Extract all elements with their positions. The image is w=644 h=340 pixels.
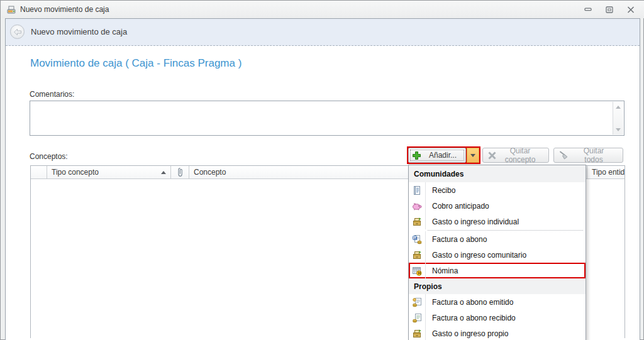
- svg-text:H: H: [414, 236, 416, 239]
- column-row-indicator: [31, 166, 47, 178]
- x-icon: [488, 151, 496, 160]
- maximize-button[interactable]: [604, 5, 615, 14]
- menu-item-gasto-ingreso-propio[interactable]: Gasto o ingreso propio: [409, 326, 586, 340]
- paperclip-icon: [177, 167, 184, 177]
- add-button[interactable]: Añadir...: [408, 148, 466, 163]
- menu-section-comunidades: Comunidades: [409, 165, 586, 182]
- broom-icon: [559, 151, 569, 160]
- menu-item-factura-abono-recibido[interactable]: Factura o abono recibido: [409, 310, 586, 326]
- remove-all-button[interactable]: Quitar todos: [553, 148, 623, 163]
- menu-item-label: Recibo: [426, 186, 455, 195]
- menu-item-label: Factura o abono: [426, 235, 487, 244]
- invoice-sent-icon: [412, 297, 422, 307]
- plus-icon: [412, 151, 421, 160]
- add-dropdown-button[interactable]: [467, 148, 479, 163]
- menu-item-cobro-anticipado[interactable]: Cobro anticipado: [409, 198, 586, 214]
- menu-item-nomina[interactable]: H Nómina: [409, 263, 586, 278]
- column-concepto-label: Concepto: [194, 168, 226, 177]
- remove-concept-button[interactable]: Quitar concepto: [482, 148, 549, 163]
- menu-item-label: Gasto o ingreso individual: [426, 217, 519, 226]
- remove-concept-label: Quitar concepto: [501, 146, 548, 164]
- menu-section-propios: Propios: [409, 278, 586, 294]
- page-title: Movimiento de caja ( Caja - Fincas Pragm…: [30, 57, 242, 70]
- comments-box: [30, 101, 625, 136]
- payroll-grid-icon: H: [412, 266, 422, 276]
- app-window: Nuevo movimiento de caja Nuevo movimient…: [0, 0, 644, 340]
- column-tipo-concepto[interactable]: Tipo concepto: [47, 166, 171, 178]
- scroll-up-icon[interactable]: [613, 102, 623, 111]
- nav-title: Nuevo movimiento de caja: [31, 27, 127, 36]
- back-arrow-icon: [13, 28, 22, 36]
- menu-item-gasto-ingreso-individual[interactable]: Gasto o ingreso individual: [409, 214, 586, 229]
- remove-all-label: Quitar todos: [574, 146, 623, 164]
- invoice-h-icon: H: [412, 234, 422, 244]
- back-button[interactable]: [10, 25, 25, 39]
- titlebar: Nuevo movimiento de caja: [1, 1, 644, 18]
- piggy-bank-icon: [412, 201, 422, 211]
- comments-label: Comentarios:: [30, 90, 74, 99]
- cashbox-icon: [412, 250, 422, 260]
- menu-item-factura-abono-emitido[interactable]: Factura o abono emitido: [409, 294, 586, 310]
- menu-item-gasto-ingreso-comunitario[interactable]: Gasto o ingreso comunitario: [409, 247, 586, 263]
- window-controls: [582, 5, 636, 14]
- column-tipo-concepto-label: Tipo concepto: [52, 168, 99, 177]
- column-tipo-entidad-label: Tipo entida: [592, 168, 625, 177]
- menu-item-label: Factura o abono emitido: [426, 298, 513, 307]
- chevron-down-icon: [470, 154, 475, 157]
- sort-ascending-icon: [161, 171, 166, 174]
- menu-item-label: Cobro anticipado: [426, 202, 489, 211]
- menu-item-label: Gasto o ingreso comunitario: [426, 251, 526, 260]
- menu-item-factura-abono[interactable]: H Factura o abono: [409, 231, 586, 247]
- cash-register-icon: [6, 4, 16, 14]
- add-dropdown-menu: Comunidades Recibo: [408, 165, 586, 340]
- invoice-received-icon: [412, 313, 422, 323]
- comments-scrollbar[interactable]: [613, 102, 623, 134]
- svg-text:H: H: [418, 270, 421, 275]
- menu-item-label: Nómina: [426, 266, 458, 275]
- add-button-label: Añadir...: [425, 151, 465, 160]
- cashbox-icon: [412, 217, 422, 227]
- add-button-highlight: Añadir...: [407, 146, 480, 164]
- concepts-label: Conceptos:: [30, 152, 68, 161]
- comments-input[interactable]: [30, 101, 612, 135]
- column-attachment[interactable]: [171, 166, 189, 178]
- menu-item-label: Factura o abono recibido: [426, 314, 516, 322]
- window-title: Nuevo movimiento de caja: [20, 1, 109, 18]
- menu-item-recibo[interactable]: Recibo: [409, 182, 586, 198]
- close-button[interactable]: [625, 5, 636, 14]
- cashbox-icon: [412, 329, 422, 339]
- receipt-icon: [412, 185, 422, 195]
- menu-item-label: Gasto o ingreso propio: [426, 329, 508, 338]
- column-tipo-entidad[interactable]: Tipo entida: [587, 166, 625, 178]
- scroll-down-icon[interactable]: [613, 125, 623, 134]
- minimize-button[interactable]: [582, 5, 594, 14]
